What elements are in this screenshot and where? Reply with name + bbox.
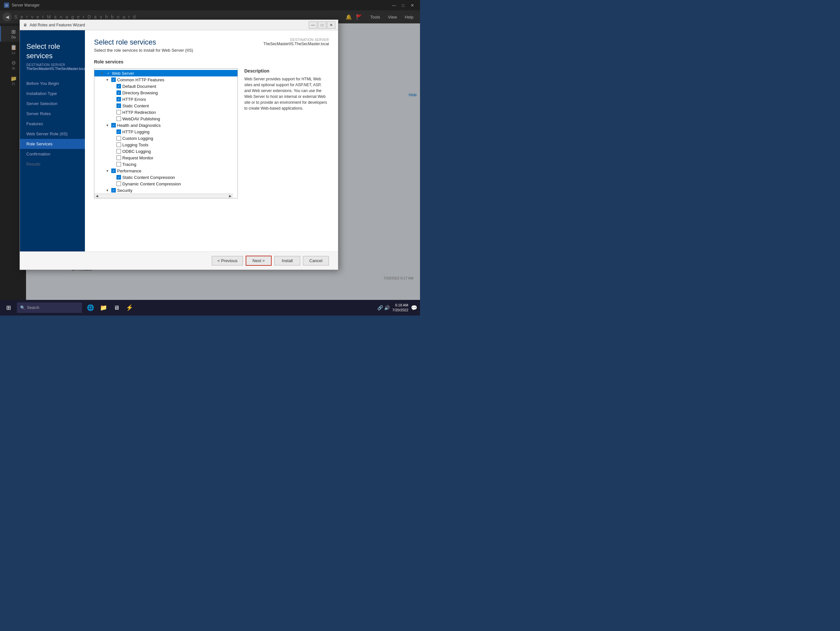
label-static-compress: Static Content Compression: [122, 175, 175, 180]
checkbox-custom-logging[interactable]: [117, 136, 121, 140]
expander-none5: [110, 110, 115, 115]
checkbox-health-diag[interactable]: ✓: [111, 123, 116, 128]
wizard-main-title: Select role services: [26, 42, 78, 60]
tree-item-static-content[interactable]: ✓ Static Content: [94, 103, 237, 109]
tree-item-web-server[interactable]: ▼ ✓ Web Server: [94, 70, 237, 76]
nav-features[interactable]: Features: [20, 119, 85, 129]
nav-web-server-role[interactable]: Web Server Role (IIS): [20, 129, 85, 139]
checkbox-performance[interactable]: ✓: [111, 169, 116, 173]
nav-results[interactable]: Results: [20, 159, 85, 169]
tree-item-custom-logging[interactable]: Custom Logging: [94, 135, 237, 142]
wizard-nav-items: Before You Begin Installation Type Serve…: [20, 78, 85, 169]
page-subtitle: Select the role services to install for …: [94, 48, 329, 53]
expander-none10: [110, 149, 115, 154]
expander-none9: [110, 142, 115, 147]
search-placeholder-text: Search: [27, 305, 39, 310]
checkbox-http-errors[interactable]: ✓: [117, 97, 121, 101]
expander-common-http[interactable]: ▼: [105, 77, 110, 82]
wizard-titlebar: 🖥 Add Roles and Features Wizard — □ ✕: [20, 20, 338, 30]
ie-icon[interactable]: 🌐: [85, 302, 96, 314]
start-button[interactable]: ⊞: [3, 302, 14, 314]
hscroll-left-arrow[interactable]: ◀: [96, 194, 98, 198]
powershell-icon[interactable]: ⚡: [124, 302, 135, 314]
tree-item-health-diag[interactable]: ▼ ✓ Health and Diagnostics: [94, 122, 237, 128]
next-button[interactable]: Next >: [246, 256, 272, 266]
checkbox-tracing[interactable]: [117, 162, 121, 167]
tree-item-default-doc[interactable]: ✓ Default Document: [94, 83, 237, 90]
checkbox-request-monitor[interactable]: [117, 156, 121, 160]
dest-server-info: DESTINATION SERVER TheSecMasterIIS.TheSe…: [264, 38, 329, 46]
checkbox-webdav[interactable]: [117, 117, 121, 121]
tree-item-http-redirect[interactable]: HTTP Redirection: [94, 109, 237, 115]
cancel-button[interactable]: Cancel: [303, 256, 329, 265]
tree-hscroll[interactable]: ◀ ▶: [94, 194, 233, 198]
nav-server-selection[interactable]: Server Selection: [20, 99, 85, 109]
expander-health-diag[interactable]: ▼: [105, 123, 110, 128]
volume-icon: 🔊: [384, 305, 390, 310]
checkbox-http-logging[interactable]: ✓: [117, 129, 121, 134]
checkbox-static-compress[interactable]: ✓: [117, 175, 121, 180]
description-text: Web Server provides support for HTML Web…: [244, 76, 329, 111]
label-logging-tools: Logging Tools: [122, 142, 148, 147]
tree-item-logging-tools[interactable]: Logging Tools: [94, 142, 237, 148]
install-button[interactable]: Install: [274, 256, 300, 265]
tree-item-dynamic-compress[interactable]: Dynamic Content Compression: [94, 180, 237, 187]
tree-item-static-compress[interactable]: ✓ Static Content Compression: [94, 174, 237, 180]
hscroll-right-arrow[interactable]: ▶: [229, 194, 232, 198]
expander-web-server[interactable]: ▼: [99, 71, 105, 76]
wizard-controls: — □ ✕: [309, 22, 335, 28]
tree-item-http-logging[interactable]: ✓ HTTP Logging: [94, 128, 237, 135]
taskbar-time: 6:18 AM: [392, 303, 408, 308]
tree-item-performance[interactable]: ▼ ✓ Performance: [94, 167, 237, 174]
label-security: Security: [117, 188, 133, 193]
tree-item-request-monitor[interactable]: Request Monitor: [94, 155, 237, 161]
nav-confirmation[interactable]: Confirmation: [20, 149, 85, 159]
tree-item-odbc-logging[interactable]: ODBC Logging: [94, 148, 237, 155]
expander-security[interactable]: ▼: [105, 188, 110, 193]
notification-icon[interactable]: 💬: [411, 305, 417, 311]
tree-item-dir-browse[interactable]: ✓ Directory Browsing: [94, 90, 237, 96]
wizard-close-btn[interactable]: ✕: [327, 22, 335, 28]
wizard-icon: 🖥: [22, 22, 28, 28]
wizard-dest-label: DESTINATION SERVER: [26, 63, 78, 67]
expander-none3: [110, 96, 115, 102]
label-http-redirect: HTTP Redirection: [122, 110, 156, 115]
label-common-http: Common HTTP Features: [117, 77, 164, 82]
taskbar-search[interactable]: 🔍 Search: [17, 303, 82, 313]
checkbox-http-redirect[interactable]: [117, 110, 121, 115]
wizard-minimize-btn[interactable]: —: [309, 22, 317, 28]
tree-item-common-http[interactable]: ▼ ✓ Common HTTP Features: [94, 76, 237, 83]
checkbox-dir-browse[interactable]: ✓: [117, 90, 121, 95]
expander-none12: [110, 162, 115, 167]
checkbox-dynamic-compress[interactable]: [117, 181, 121, 186]
tree-item-http-errors[interactable]: ✓ HTTP Errors: [94, 96, 237, 103]
checkbox-static-content[interactable]: ✓: [117, 103, 121, 108]
label-dir-browse: Directory Browsing: [122, 90, 158, 95]
checkbox-default-doc[interactable]: ✓: [117, 84, 121, 88]
network-icon: 🔗: [377, 305, 383, 310]
nav-role-services[interactable]: Role Services: [20, 139, 85, 149]
wizard-nav: Select role services DESTINATION SERVER …: [20, 30, 85, 251]
wizard-maximize-btn[interactable]: □: [318, 22, 326, 28]
role-services-container[interactable]: ▼ ✓ Web Server ▼ ✓ Common HTTP Features: [94, 68, 238, 199]
server-manager-icon[interactable]: 🖥: [111, 302, 122, 314]
checkbox-logging-tools[interactable]: [117, 142, 121, 147]
expander-performance[interactable]: ▼: [105, 168, 110, 174]
nav-installation-type[interactable]: Installation Type: [20, 88, 85, 99]
checkbox-web-server[interactable]: ✓: [106, 71, 111, 76]
expander-none2: [110, 90, 115, 95]
expander-none6: [110, 116, 115, 121]
nav-server-roles[interactable]: Server Roles: [20, 109, 85, 119]
nav-before-you-begin[interactable]: Before You Begin: [20, 78, 85, 88]
checkbox-common-http[interactable]: ✓: [111, 77, 116, 82]
wizard-content: DESTINATION SERVER TheSecMasterIIS.TheSe…: [85, 30, 338, 251]
tree-item-webdav[interactable]: WebDAV Publishing: [94, 115, 237, 122]
taskbar-right: 🔗 🔊 6:18 AM 7/20/2022 💬: [377, 303, 417, 313]
previous-button[interactable]: < Previous: [212, 256, 243, 265]
file-explorer-icon[interactable]: 📁: [98, 302, 109, 314]
tree-item-security[interactable]: ▼ ✓ Security: [94, 187, 237, 194]
section-label: Role services: [94, 59, 329, 65]
checkbox-odbc-logging[interactable]: [117, 149, 121, 153]
tree-item-tracing[interactable]: Tracing: [94, 161, 237, 167]
checkbox-security[interactable]: ✓: [111, 188, 116, 192]
